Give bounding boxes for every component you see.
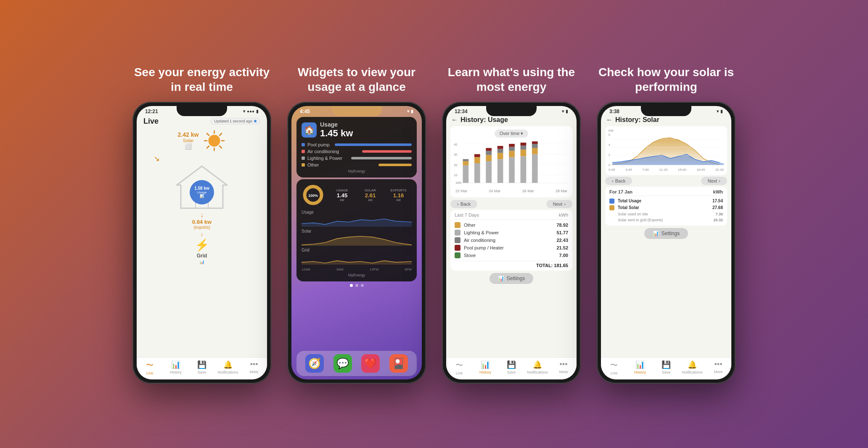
time-label-3: 11:15 [659, 168, 667, 172]
dock-messages[interactable]: 💬 [333, 354, 352, 373]
solar-chart-xlabels: 0:00 3:45 7:30 11:15 15:00 18:45 22:30 [609, 167, 724, 172]
battery-icon3: ▮ [566, 109, 568, 114]
back-arrow-history[interactable]: ← [451, 116, 458, 124]
status-icons-solar: ▾ ▮ [717, 109, 723, 114]
tab-history-h[interactable]: 📊 History [475, 360, 496, 375]
svg-rect-36 [498, 153, 503, 159]
solar-nav-buttons: ‹ Back Next › [605, 177, 727, 185]
tab-live-s[interactable]: 〜 Live [603, 360, 625, 375]
tab-history-s[interactable]: 📊 History [630, 360, 651, 375]
svg-rect-30 [474, 154, 480, 157]
solar-graph-svg [302, 234, 412, 246]
svg-rect-44 [521, 149, 527, 156]
tab-notifications[interactable]: 🔔 Notifications [217, 360, 238, 375]
widget-donut: 100% USAGE 1.45 kW SOLA [296, 179, 417, 281]
svg-rect-35 [498, 159, 503, 183]
solar-val-2: 7.36 [715, 212, 723, 216]
solar-val-0: 17.54 [712, 199, 723, 203]
dock-safari[interactable]: 🧭 [305, 354, 324, 373]
donut-content: 100% USAGE 1.45 kW SOLA [302, 183, 412, 207]
time-label-2: 7:30 [642, 168, 649, 172]
tab-save-s[interactable]: 💾 Save [656, 360, 677, 375]
solar-color-0 [609, 199, 614, 204]
tab-more-s[interactable]: ••• More [708, 360, 729, 375]
status-time-history: 12:34 [455, 109, 468, 114]
settings-section-solar: 📊 Settings [601, 228, 731, 239]
tab-save-label-h: Save [507, 370, 516, 374]
dock-health[interactable]: ❤️ [361, 354, 380, 373]
signal-icon: ●●● [247, 109, 254, 114]
tab-notif-s[interactable]: 🔔 Notifications [682, 360, 703, 375]
dock-app[interactable]: 🎴 [389, 354, 408, 373]
solar-row-2: Solar used on site 7.36 [609, 211, 723, 217]
solar-next-btn[interactable]: Next › [701, 177, 727, 185]
tab-history[interactable]: 📊 History [165, 360, 186, 375]
solar-line-chart [612, 133, 724, 167]
stat-solar-label: SOLAR [357, 188, 384, 192]
tab-live[interactable]: 〜 Live [139, 360, 160, 375]
legend-color-2 [455, 237, 460, 243]
page-dots [291, 284, 422, 287]
settings-label-history: Settings [507, 276, 525, 281]
usage-kw: 1.58 kw [194, 186, 209, 191]
next-btn[interactable]: Next › [546, 200, 572, 208]
tab-notif-h[interactable]: 🔔 Notifications [527, 360, 548, 375]
svg-rect-26 [463, 161, 469, 165]
chart-date-labels: 22 Mar 24 Mar 26 Mar 28 Mar [454, 188, 569, 194]
notch3 [486, 106, 537, 116]
tab-history-icon-h: 📊 [481, 360, 490, 369]
svg-rect-46 [521, 143, 527, 146]
svg-marker-15 [302, 260, 412, 264]
svg-text:100%: 100% [308, 194, 318, 198]
time-label-0: 0:00 [609, 168, 615, 172]
solar-info: 2.42 kw Solar ⬜ [178, 131, 199, 150]
tab-more-h[interactable]: ••• More [553, 360, 574, 375]
legend-table: Last 7 Days kWh Other 78.92 Lighting & P… [450, 210, 572, 270]
legend-val-3: 21.52 [556, 245, 568, 250]
solar-back-btn[interactable]: ‹ Back [605, 177, 632, 185]
tab-live-label-s: Live [611, 371, 618, 375]
item-dot-3 [302, 163, 305, 167]
back-btn[interactable]: ‹ Back [450, 200, 477, 208]
date-label-2: 26 Mar [522, 189, 534, 193]
stat-exports-unit: kW [385, 199, 412, 201]
tab-save-label-s: Save [662, 370, 671, 374]
widget-items: Pool pump Air conditioning Lighting & Po… [302, 142, 412, 167]
usage-graph-svg [302, 215, 412, 227]
tab-save[interactable]: 💾 Save [191, 360, 212, 375]
myenergy-label-1: MyEnergy [302, 169, 412, 173]
tab-save-h[interactable]: 💾 Save [501, 360, 522, 375]
grid-label: Grid [197, 253, 207, 259]
panel-title-widgets: Widgets to view your usage at a glance [285, 65, 428, 94]
legend-color-1 [455, 230, 460, 236]
tab-live-h[interactable]: 〜 Live [449, 360, 470, 375]
exports-section: ↓ 0.84 kw (exports) ↓ [192, 211, 212, 238]
wifi-icon2: ▾ [407, 109, 409, 114]
tab-notif-icon-s: 🔔 [688, 360, 697, 369]
settings-btn-history[interactable]: 📊 Settings [490, 273, 533, 284]
back-arrow-solar[interactable]: ← [606, 116, 613, 124]
svg-rect-43 [521, 156, 527, 183]
date-label-0: 22 Mar [455, 189, 467, 193]
widget-usage-kw: 1.45 kw [320, 128, 353, 139]
legend-val-2: 22.43 [556, 238, 568, 243]
svg-rect-40 [509, 151, 515, 157]
battery-icon: ▮ [256, 109, 259, 114]
svg-rect-39 [509, 157, 515, 183]
total-val: 181.65 [554, 263, 568, 268]
status-icons-history: ▾ ▮ [562, 109, 568, 114]
tab-live-label: Live [146, 371, 153, 375]
tab-live-label-h: Live [456, 371, 463, 375]
svg-rect-37 [498, 148, 503, 153]
legend-val-4: 7.00 [559, 253, 568, 258]
dock: 🧭 💬 ❤️ 🎴 [296, 351, 417, 376]
filter-overtime-btn[interactable]: Over time ▾ [495, 130, 529, 138]
stat-usage-val: 1.45 [329, 192, 355, 199]
live-header: Live Updated 1 second ago [137, 115, 267, 129]
y-axis: 6 4 2 0 [609, 133, 610, 167]
legend-val-0: 78.92 [556, 223, 568, 228]
solar-row: 2.42 kw Solar ⬜ [178, 129, 226, 152]
tab-more[interactable]: ••• More [243, 360, 265, 375]
settings-btn-solar[interactable]: 📊 Settings [644, 228, 688, 239]
legend-label-0: Other [464, 223, 553, 228]
